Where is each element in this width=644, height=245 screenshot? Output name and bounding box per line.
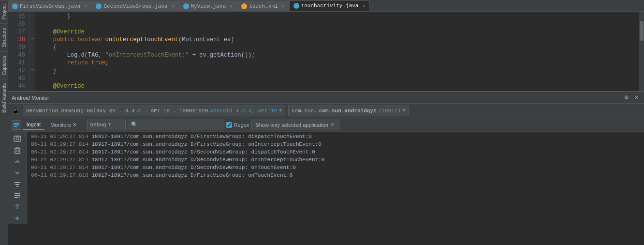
vtab-build-variants[interactable]: Build Variants xyxy=(0,79,8,117)
edit-filter-btn[interactable] xyxy=(12,191,23,201)
scroll-up-btn[interactable] xyxy=(12,156,23,167)
vtab-structure[interactable]: Structure xyxy=(0,23,8,51)
svg-rect-0 xyxy=(14,123,19,124)
line-num-38: 38 xyxy=(8,36,25,44)
tab-myview[interactable]: MyView.java ✕ xyxy=(179,0,237,11)
camera-icon-btn[interactable] xyxy=(12,134,23,144)
monitor-close-btn[interactable]: ✕ xyxy=(632,94,640,102)
log-tag-2: SecondViewGroup: xyxy=(197,149,248,155)
tab-close-btn[interactable]: ✕ xyxy=(282,3,285,9)
edit-icon xyxy=(14,192,21,199)
show-only-dropdown-arrow: ▼ xyxy=(330,122,335,127)
code-line-41: return true; xyxy=(39,59,640,67)
monitors-tab-btn[interactable]: Monitors ✕ xyxy=(46,120,80,130)
tab-close-btn[interactable]: ✕ xyxy=(230,3,233,9)
editor-scrollbar-thumb xyxy=(640,21,644,41)
log-level-1: D/ xyxy=(190,141,197,147)
vtab-project[interactable]: Project xyxy=(0,0,8,23)
monitor-settings-btn[interactable]: ⚙ xyxy=(623,94,630,102)
device-selection-bar: 📱 Genymotion Samsung Galaxy S5 - 4.4.4 -… xyxy=(8,104,644,118)
tab-second-viewgroup[interactable]: SecondViewGroup.java ✕ xyxy=(91,0,178,11)
log-timestamp-1: 06-21 02:29:27.814 xyxy=(31,141,88,147)
line-num-41: 41 xyxy=(8,59,25,67)
fold-38[interactable]: − xyxy=(29,35,35,43)
scroll-down-btn[interactable] xyxy=(12,168,23,178)
monitor-actions: ⚙ ✕ xyxy=(623,94,640,102)
filter-btn[interactable] xyxy=(12,180,23,190)
log-entry-0: 06-21 02:29:27.814 18917-18917/com.sun.a… xyxy=(27,133,644,140)
app-dropdown[interactable]: com.sun.com.sun.androidqyz com.sun.andro… xyxy=(288,106,409,116)
log-message-4: onTouchEvent:0 xyxy=(251,165,296,170)
line-num-42: 42 xyxy=(8,67,25,75)
add-btn[interactable]: + xyxy=(12,214,23,224)
log-entry-3: 06-21 02:29:27.814 18917-18917/com.sun.a… xyxy=(27,156,644,164)
device-dropdown[interactable]: Genymotion Samsung Galaxy S5 - 4.4.4 - A… xyxy=(23,106,285,116)
log-pid-5: 18917-18917/com.sun.androidqyz xyxy=(91,172,187,178)
fold-43 xyxy=(29,74,35,81)
level-dropdown-arrow: ▼ xyxy=(108,122,111,127)
svg-point-4 xyxy=(16,137,19,140)
android-version-label: Android 4.4.4, API 19 xyxy=(210,108,277,114)
code-content: } @Override public boolean onInterceptTo… xyxy=(35,12,644,91)
tab-touch-xml[interactable]: touch.xml ✕ xyxy=(237,0,289,11)
svg-rect-12 xyxy=(15,184,19,185)
fold-gutter: − − xyxy=(29,12,35,91)
code-editor: 35 36 37 38 39 40 41 42 43 44 − − } xyxy=(8,12,644,91)
log-level-dropdown[interactable]: Debug ▼ xyxy=(87,120,126,130)
up-arrow-icon xyxy=(15,159,20,165)
log-timestamp-2: 06-21 02:29:27.814 xyxy=(31,149,88,155)
editor-scrollbar[interactable] xyxy=(639,12,644,91)
fold-39 xyxy=(29,43,35,50)
help-btn[interactable]: ? xyxy=(12,202,23,213)
camera-icon xyxy=(14,135,21,142)
logcat-icon xyxy=(12,120,21,130)
fold-40 xyxy=(29,50,35,58)
line-num-37: 37 xyxy=(8,28,25,36)
fold-44 xyxy=(29,81,35,89)
regex-checkbox[interactable] xyxy=(226,122,232,128)
log-timestamp-4: 06-21 02:29:27.814 xyxy=(31,165,88,170)
log-search-box[interactable]: 🔍 xyxy=(128,120,224,130)
log-entry-1: 06-21 02:29:27.814 18917-18917/com.sun.a… xyxy=(27,140,644,148)
tab-label: touch.xml xyxy=(249,3,278,9)
tab-label: TouchActivity.java xyxy=(301,3,359,9)
logcat-tab-btn[interactable]: logcat xyxy=(22,120,45,130)
device-dropdown-arrow: ▼ xyxy=(279,108,282,113)
code-line-40: Log.d(TAG, "onInterceptTouchEvent:" + ev… xyxy=(39,51,640,59)
regex-toggle-label[interactable]: Regex xyxy=(226,122,249,128)
java-file-icon xyxy=(293,3,299,9)
fold-37 xyxy=(29,27,35,35)
show-only-selected-btn[interactable]: Show only selected application ▼ xyxy=(251,120,339,130)
log-entry-5: 06-21 02:29:27.818 18917-18917/com.sun.a… xyxy=(27,171,644,179)
fold-35 xyxy=(29,12,35,19)
svg-rect-15 xyxy=(15,195,20,196)
code-line-36 xyxy=(39,20,640,28)
tab-close-btn[interactable]: ✕ xyxy=(362,3,365,9)
tab-label: MyView.java xyxy=(191,3,226,9)
logcat-main-area: ? + 06-21 02:29:27.814 18917-18917/com.s… xyxy=(8,132,644,224)
clear-log-btn[interactable] xyxy=(12,145,23,155)
java-file-icon xyxy=(96,3,102,9)
tab-close-btn[interactable]: ✕ xyxy=(84,3,87,9)
log-search-input[interactable] xyxy=(140,122,221,128)
java-file-icon xyxy=(12,3,18,9)
trash-icon xyxy=(14,146,21,154)
tab-first-viewgroup[interactable]: FirstViewGroup.java ✕ xyxy=(8,0,91,11)
log-tag-0: FirstViewGroup: xyxy=(197,134,245,139)
line-num-44: 44 xyxy=(8,82,25,90)
device-name: Genymotion Samsung Galaxy S5 - 4.4.4 - A… xyxy=(26,108,208,114)
fold-42[interactable]: − xyxy=(29,66,35,74)
tab-touch-activity[interactable]: TouchActivity.java ✕ xyxy=(289,0,370,11)
line-num-43: 43 xyxy=(8,75,25,82)
app-pid-label: (18917) xyxy=(379,108,401,114)
log-entry-4: 06-21 02:29:27.814 18917-18917/com.sun.a… xyxy=(27,164,644,171)
xml-file-icon xyxy=(241,3,247,9)
log-tag-1: FirstViewGroup: xyxy=(197,141,245,147)
regex-label-text: Regex xyxy=(234,122,249,128)
vtab-captures[interactable]: Captures xyxy=(0,51,8,79)
svg-rect-14 xyxy=(15,193,20,194)
log-level-3: D/ xyxy=(190,157,197,163)
log-level-4: D/ xyxy=(190,165,197,170)
line-num-39: 39 xyxy=(8,44,25,51)
tab-close-btn[interactable]: ✕ xyxy=(171,3,174,9)
